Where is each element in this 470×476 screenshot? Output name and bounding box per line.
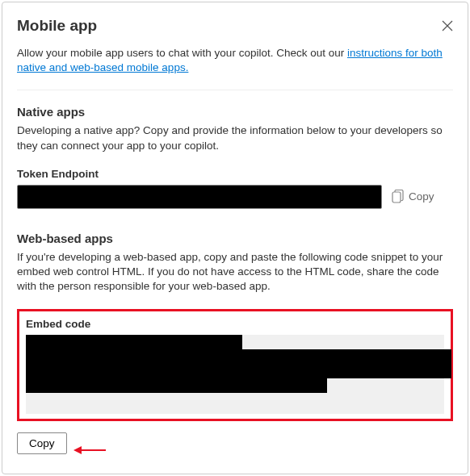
embed-code-label: Embed code [26,318,444,330]
copy-button[interactable]: Copy [17,432,67,454]
token-endpoint-input[interactable] [17,185,382,209]
intro-prefix: Allow your mobile app users to chat with… [17,47,347,59]
panel-title: Mobile app [17,17,97,35]
copy-token-button[interactable]: Copy [392,190,434,203]
close-icon[interactable] [442,20,453,31]
web-description: If you're developing a web-based app, co… [17,250,453,294]
embed-highlight-box: Embed code [17,309,453,421]
embed-code-textarea[interactable] [26,335,444,414]
mobile-app-panel: Mobile app Allow your mobile app users t… [2,2,468,474]
token-endpoint-label: Token Endpoint [17,168,453,180]
header-row: Mobile app [17,17,453,35]
arrow-annotation [73,445,106,456]
native-heading: Native apps [17,105,453,119]
native-description: Developing a native app? Copy and provid… [17,123,453,152]
svg-marker-4 [73,446,82,454]
copy-token-label: Copy [409,190,434,203]
web-heading: Web-based apps [17,232,453,245]
copy-icon [392,190,404,203]
divider [17,90,453,90]
intro-text: Allow your mobile app users to chat with… [17,46,453,75]
svg-rect-2 [392,192,401,203]
token-row: Copy [17,185,453,209]
